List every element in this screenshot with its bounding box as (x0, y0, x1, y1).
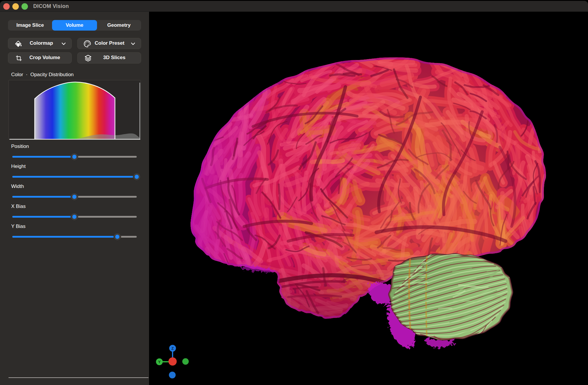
svg-text:Y: Y (158, 360, 161, 364)
svg-text:Z: Z (171, 346, 174, 351)
